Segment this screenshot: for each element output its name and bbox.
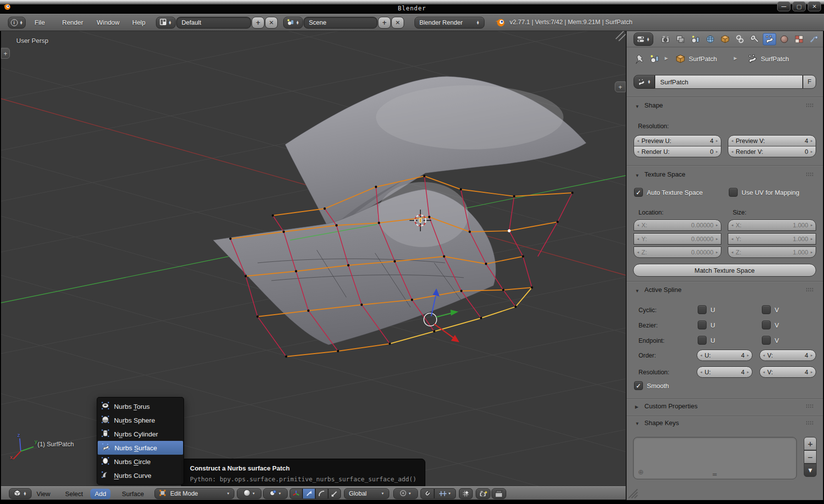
decrement-arrow-icon[interactable]: ◂ (700, 353, 702, 358)
panel-drag-grip-icon[interactable] (806, 404, 813, 408)
increment-arrow-icon[interactable]: ▸ (811, 223, 813, 227)
tab-texture[interactable] (792, 33, 806, 45)
panel-drag-grip-icon[interactable] (806, 103, 813, 108)
transform-orientation-dropdown[interactable]: Global ▼ (344, 488, 389, 499)
texspace-size-y-field[interactable]: ◂Y:1.000▸ (728, 233, 816, 245)
preview-u-field[interactable]: ◂Preview U:4▸ (634, 135, 721, 146)
order-v-field[interactable]: ◂V:4▸ (759, 350, 816, 361)
editor-type-selector[interactable]: ▲▼ (9, 488, 32, 499)
increment-arrow-icon[interactable]: ▸ (811, 139, 813, 143)
header-menu-surface[interactable]: Surface (122, 490, 144, 498)
scale-manipulator-button[interactable] (328, 488, 341, 499)
increment-arrow-icon[interactable]: ▸ (811, 250, 813, 254)
increment-arrow-icon[interactable]: ▸ (811, 370, 813, 374)
panel-drag-grip-icon[interactable] (806, 288, 813, 292)
properties-region-expand-tab[interactable]: + (615, 81, 626, 92)
add-shape-key-button[interactable]: + (804, 437, 817, 450)
pin-icon[interactable] (635, 54, 645, 66)
section-active-spline-header[interactable]: Active Spline (644, 286, 681, 293)
pivot-point-dropdown[interactable]: ▼ (263, 488, 288, 499)
auto-texture-space-checkbox[interactable]: ✓ (634, 188, 643, 197)
render-u-field[interactable]: ◂Render U:0▸ (634, 146, 721, 157)
rotate-manipulator-button[interactable] (315, 488, 328, 499)
manipulator-toggle[interactable] (290, 488, 302, 499)
menu-file[interactable]: File (35, 19, 45, 26)
increment-arrow-icon[interactable]: ▸ (811, 353, 813, 358)
increment-arrow-icon[interactable]: ▸ (716, 250, 718, 254)
tab-world[interactable] (704, 33, 717, 45)
expand-triangle-icon[interactable]: ▶ (635, 404, 638, 409)
bezier-v-checkbox[interactable] (762, 321, 771, 329)
snap-target-button[interactable] (459, 488, 473, 499)
auto-texture-space-label[interactable]: Auto Texture Space (647, 189, 703, 196)
menu-item-nurbs-sphere[interactable]: Nurbs Sphere (97, 413, 184, 427)
section-shape-header[interactable]: Shape (644, 102, 663, 109)
order-u-field[interactable]: ◂U:4▸ (697, 350, 752, 361)
breadcrumb-data-name[interactable]: SurfPatch (761, 55, 789, 63)
menu-item-nurbs-curve[interactable]: Nurbs Curve (97, 468, 184, 482)
decrement-arrow-icon[interactable]: ◂ (731, 237, 733, 241)
panel-drag-grip-icon[interactable] (806, 172, 813, 177)
scene-icon[interactable] (650, 54, 660, 65)
menu-item-nurbs-surface[interactable]: Nurbs Surface (98, 441, 183, 455)
remove-shape-key-button[interactable]: − (804, 450, 817, 464)
minimize-button[interactable]: — (777, 1, 790, 11)
section-shape-keys-header[interactable]: Shape Keys (644, 419, 679, 427)
cyclic-v-label[interactable]: V (775, 306, 779, 314)
increment-arrow-icon[interactable]: ▸ (716, 139, 718, 143)
tab-material[interactable] (778, 33, 791, 45)
header-menu-view[interactable]: View (37, 490, 50, 498)
match-texture-space-button[interactable]: Match Texture Space (633, 264, 816, 277)
menu-item-nurbs-cylinder[interactable]: Nurbs Cylinder (97, 427, 184, 441)
tab-modifiers[interactable] (748, 33, 761, 45)
snap-toggle[interactable] (420, 488, 434, 499)
decrement-arrow-icon[interactable]: ◂ (637, 250, 639, 254)
surface-data-icon[interactable] (748, 54, 757, 65)
render-v-field[interactable]: ◂Render V:0▸ (728, 146, 816, 157)
bezier-v-label[interactable]: V (775, 322, 779, 329)
increment-arrow-icon[interactable]: ▸ (747, 353, 749, 358)
decrement-arrow-icon[interactable]: ◂ (637, 149, 639, 154)
snap-element-dropdown[interactable]: ▼ (434, 488, 456, 499)
menu-window[interactable]: Window (97, 19, 119, 26)
decrement-arrow-icon[interactable]: ◂ (731, 149, 733, 154)
decrement-arrow-icon[interactable]: ◂ (731, 250, 733, 254)
fake-user-button[interactable]: F (803, 75, 816, 89)
menu-help[interactable]: Help (132, 19, 146, 26)
decrement-arrow-icon[interactable]: ◂ (637, 237, 639, 241)
header-menu-select[interactable]: Select (65, 490, 83, 498)
collapse-triangle-icon[interactable]: ▼ (635, 104, 639, 109)
decrement-arrow-icon[interactable]: ◂ (700, 370, 702, 374)
tab-constraints[interactable] (733, 33, 747, 45)
endpoint-v-label[interactable]: V (775, 337, 779, 344)
increment-arrow-icon[interactable]: ▸ (716, 237, 718, 241)
decrement-arrow-icon[interactable]: ◂ (637, 139, 639, 143)
layout-name-field[interactable]: Default (176, 17, 251, 29)
scene-name-field[interactable]: Scene (303, 17, 377, 29)
smooth-label[interactable]: Smooth (647, 382, 669, 390)
endpoint-u-checkbox[interactable] (698, 336, 707, 345)
collapse-triangle-icon[interactable]: ▼ (635, 173, 639, 178)
section-texture-space-header[interactable]: Texture Space (644, 171, 685, 178)
screen-layout-selector[interactable]: ▲▼ (156, 17, 176, 29)
increment-arrow-icon[interactable]: ▸ (811, 237, 813, 241)
texspace-location-y-field[interactable]: ◂Y:0.00000▸ (634, 233, 721, 245)
toolshelf-expand-tab[interactable]: + (1, 48, 10, 59)
delete-scene-button[interactable]: ✕ (391, 17, 404, 29)
texspace-size-z-field[interactable]: ◂Z:1.000▸ (728, 247, 816, 258)
increment-arrow-icon[interactable]: ▸ (716, 149, 718, 154)
decrement-arrow-icon[interactable]: ◂ (763, 370, 765, 374)
breadcrumb-object-name[interactable]: SurfPatch (689, 55, 717, 63)
resize-grip-icon[interactable] (616, 31, 626, 41)
title-bar[interactable]: Blender — ▢ ✕ (0, 0, 824, 14)
opengl-render-anim-button[interactable] (491, 488, 506, 499)
section-custom-properties-header[interactable]: Custom Properties (644, 402, 698, 410)
cyclic-u-label[interactable]: U (711, 306, 715, 314)
bezier-u-label[interactable]: U (711, 322, 715, 329)
editor-type-button[interactable]: i ▲▼ (8, 17, 26, 29)
decrement-arrow-icon[interactable]: ◂ (731, 139, 733, 143)
list-resize-grip-icon[interactable]: = (712, 470, 718, 478)
opengl-render-button[interactable] (476, 488, 490, 499)
id-type-button[interactable]: ▲▼ (634, 75, 655, 89)
filter-toggle-icon[interactable]: ⊕ (638, 468, 644, 476)
